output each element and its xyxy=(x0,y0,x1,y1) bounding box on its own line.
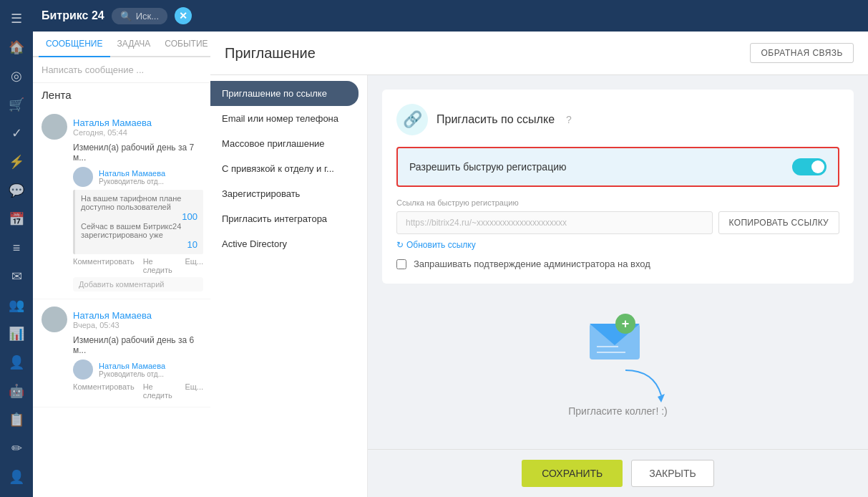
save-button[interactable]: СОХРАНИТЬ xyxy=(522,460,623,487)
nav-item-link[interactable]: Приглашение по ссылке xyxy=(210,81,359,106)
action-comment[interactable]: Комментировать xyxy=(73,382,135,400)
action-unfollow[interactable]: Не следить xyxy=(143,257,177,274)
reply-role: Руководитель отд... xyxy=(99,178,165,185)
search-text: Иск... xyxy=(136,11,159,21)
feed-text: Изменил(а) рабочий день за 7 м... xyxy=(73,143,203,163)
icon-sidebar: ☰ 🏠 ◎ 🛒 ✓ ⚡ 💬 📅 ≡ ✉ 👥 📊 👤 🤖 📋 ✏ 👤 xyxy=(0,0,33,497)
mail-icon[interactable]: ✉ xyxy=(4,264,29,289)
nav-item-email[interactable]: Email или номер телефона xyxy=(210,106,367,131)
refresh-link[interactable]: ↻ Обновить ссылку xyxy=(396,240,839,250)
action-unfollow[interactable]: Не следить xyxy=(143,382,177,400)
home-icon[interactable]: 🏠 xyxy=(4,34,29,60)
modal-content: 🔗 Пригласить по ссылке ? Разрешить быстр… xyxy=(368,75,868,449)
search-icon: 🔍 xyxy=(120,11,132,21)
feed-write-placeholder[interactable]: Написать сообщение ... xyxy=(33,57,212,83)
chat-icon[interactable]: 💬 xyxy=(4,178,29,203)
profile-icon[interactable]: 👤 xyxy=(4,349,29,375)
close-modal-button[interactable]: ЗАКРЫТЬ xyxy=(631,460,713,487)
nav-item-register[interactable]: Зарегистрировать xyxy=(210,181,367,206)
app-logo: Битрикс 24 xyxy=(42,9,104,22)
confirm-label: Запрашивать подтверждение администратора… xyxy=(414,259,650,269)
tab-message[interactable]: СООБЩЕНИЕ xyxy=(39,32,110,57)
close-button[interactable]: ✕ xyxy=(175,7,192,24)
invitation-modal: Приглашение ОБРАТНАЯ СВЯЗЬ Приглашение п… xyxy=(210,32,868,497)
link-input-row: КОПИРОВАТЬ ССЫЛКУ xyxy=(396,211,839,234)
confirm-checkbox[interactable] xyxy=(396,259,406,269)
list-item: Наталья Мамаева Сегодня, 05:44 Изменил(а… xyxy=(33,107,212,299)
search-box[interactable]: 🔍 Иск... xyxy=(112,8,167,24)
feed-item-header: Наталья Мамаева Сегодня, 05:44 xyxy=(42,114,203,140)
svg-text:+: + xyxy=(621,317,629,331)
nav-item-dept[interactable]: С привязкой к отделу и г... xyxy=(210,156,367,181)
invite-card: 🔗 Пригласить по ссылке ? Разрешить быстр… xyxy=(382,90,854,284)
feed-author-name: Наталья Мамаева xyxy=(73,117,152,128)
tab-task[interactable]: ЗАДАЧА xyxy=(110,32,158,57)
list-item: Наталья Мамаева Вчера, 05:43 Изменил(а) … xyxy=(33,299,212,407)
menu-icon[interactable]: ☰ xyxy=(4,6,29,32)
envelope-illustration: + xyxy=(586,309,650,367)
feed-panel: СООБЩЕНИЕ ЗАДАЧА СОБЫТИЕ Написать сообще… xyxy=(33,32,212,497)
reply-avatar xyxy=(73,360,93,380)
stat-number2: 10 xyxy=(187,239,198,250)
link-input[interactable] xyxy=(396,211,713,234)
link-label: Ссылка на быструю регистрацию xyxy=(396,198,839,207)
modal-nav: Приглашение по ссылке Email или номер те… xyxy=(210,75,368,497)
reply-info: Наталья Мамаева Руководитель отд... xyxy=(99,362,165,378)
invite-card-title: Пригласить по ссылке xyxy=(437,113,555,126)
cart-icon[interactable]: 🛒 xyxy=(4,92,29,117)
bolt-icon[interactable]: ⚡ xyxy=(4,149,29,175)
modal-title: Приглашение xyxy=(225,45,316,62)
action-more[interactable]: Ещ... xyxy=(185,257,203,274)
illustration-label: Пригласите коллег! :) xyxy=(568,405,668,417)
feed-comment-input[interactable]: Добавить комментарий xyxy=(73,277,203,291)
action-more[interactable]: Ещ... xyxy=(185,382,203,400)
quote-text2: Сейчас в вашем Битрикс24 зарегистрирован… xyxy=(81,222,198,239)
feed-reply: Наталья Мамаева Руководитель отд... xyxy=(73,167,203,187)
quick-reg-row: Разрешить быструю регистрацию xyxy=(396,147,839,187)
action-comment[interactable]: Комментировать xyxy=(73,257,135,274)
help-icon[interactable]: ? xyxy=(566,114,572,125)
calendar-icon[interactable]: 📅 xyxy=(4,206,29,232)
target-icon[interactable]: ◎ xyxy=(4,63,29,89)
nav-item-mass[interactable]: Массовое приглашение xyxy=(210,131,367,156)
main-area: СООБЩЕНИЕ ЗАДАЧА СОБЫТИЕ Написать сообще… xyxy=(33,32,868,497)
feed-actions: Комментировать Не следить Ещ... xyxy=(73,257,203,274)
arrow-illustration xyxy=(618,367,676,402)
tab-event[interactable]: СОБЫТИЕ xyxy=(157,32,212,57)
top-bar: Битрикс 24 🔍 Иск... ✕ xyxy=(33,0,868,32)
reply-name: Наталья Мамаева xyxy=(99,362,165,370)
confirm-row: Запрашивать подтверждение администратора… xyxy=(396,259,839,269)
users-icon[interactable]: 👥 xyxy=(4,292,29,318)
feed-title: Лента xyxy=(33,83,212,107)
list-icon[interactable]: ≡ xyxy=(4,235,29,261)
invite-card-header: 🔗 Пригласить по ссылке ? xyxy=(396,104,839,135)
feed-actions: Комментировать Не следить Ещ... xyxy=(73,382,203,400)
chart-icon[interactable]: 📊 xyxy=(4,321,29,347)
avatar xyxy=(42,307,67,332)
refresh-icon: ↻ xyxy=(396,240,404,250)
person-icon[interactable]: 👤 xyxy=(4,464,29,490)
feed-time: Сегодня, 05:44 xyxy=(73,128,152,137)
nav-item-integrator[interactable]: Пригласить интегратора xyxy=(210,206,367,231)
toggle-slider xyxy=(792,158,826,175)
reply-name: Наталья Мамаева xyxy=(99,169,165,178)
feed-author-name: Наталья Мамаева xyxy=(73,310,152,321)
reply-role: Руководитель отд... xyxy=(99,370,165,378)
reply-avatar xyxy=(73,167,93,187)
feedback-button[interactable]: ОБРАТНАЯ СВЯЗЬ xyxy=(750,43,854,63)
toggle-quick-reg[interactable] xyxy=(792,158,826,175)
stat-number: 100 xyxy=(182,211,198,222)
nav-item-ad[interactable]: Active Directory xyxy=(210,231,367,256)
robot-icon[interactable]: 🤖 xyxy=(4,378,29,404)
modal-body: Приглашение по ссылке Email или номер те… xyxy=(210,75,868,497)
check-icon[interactable]: ✓ xyxy=(4,120,29,146)
avatar xyxy=(42,114,67,140)
edit-icon[interactable]: ✏ xyxy=(4,435,29,461)
modal-header: Приглашение ОБРАТНАЯ СВЯЗЬ xyxy=(210,32,868,75)
docs-icon[interactable]: 📋 xyxy=(4,407,29,433)
feed-item-header: Наталья Мамаева Вчера, 05:43 xyxy=(42,307,203,332)
feed-stats2: 10 xyxy=(112,239,198,250)
illustration-area: + Пригласите коллег! :) xyxy=(382,295,854,431)
copy-link-button[interactable]: КОПИРОВАТЬ ССЫЛКУ xyxy=(718,211,839,234)
link-section: Ссылка на быструю регистрацию КОПИРОВАТЬ… xyxy=(396,198,839,250)
